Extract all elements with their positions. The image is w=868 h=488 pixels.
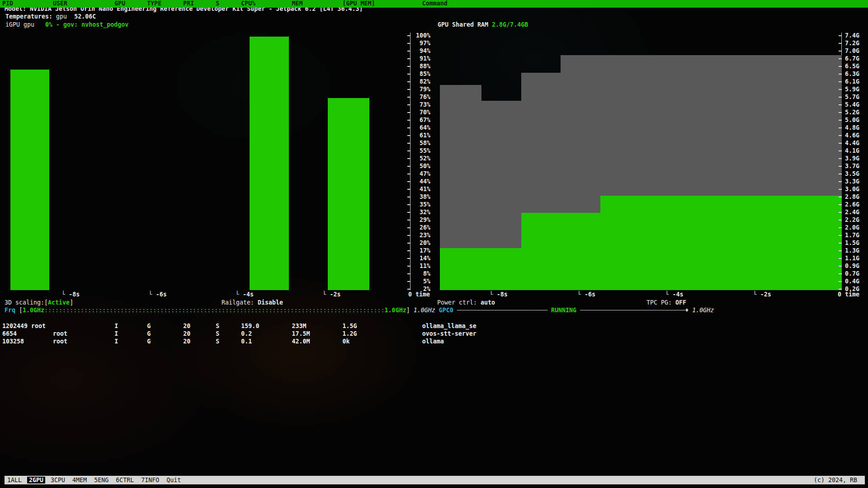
y-axis-label: 4.1G xyxy=(845,148,864,154)
y-axis-label: 61% xyxy=(413,132,430,139)
y-axis-tick xyxy=(407,74,410,75)
y-axis-tick xyxy=(839,135,842,136)
table-row[interactable]: 1202449 root I G 20 S 159.0 233M 1.5G ol… xyxy=(0,323,868,330)
footer-item-3cpu[interactable]: 3CPU xyxy=(51,477,65,483)
copyright: (c) 2024, RB xyxy=(814,476,857,484)
footer-item-7info[interactable]: 7INFO xyxy=(141,477,159,483)
frq-bracket-open: [ xyxy=(15,307,23,314)
y-axis-tick xyxy=(407,258,410,259)
footer-item-5eng[interactable]: 5ENG xyxy=(94,477,108,483)
tick-glyph: └ xyxy=(490,291,497,298)
y-axis-tick xyxy=(407,243,410,244)
y-axis-tick xyxy=(407,181,410,182)
tpc-pg-status: TPC PG: OFF xyxy=(646,299,686,306)
tick-label: -4s xyxy=(672,291,683,298)
x-axis-tick: └ -8s xyxy=(61,291,80,298)
y-axis-tick xyxy=(407,81,410,82)
y-axis-tick xyxy=(839,51,842,52)
y-axis-label: 64% xyxy=(413,125,430,131)
y-axis-tick xyxy=(839,243,842,244)
y-axis-label: 1.3G xyxy=(845,248,864,254)
y-axis-tick xyxy=(407,235,410,236)
y-axis-tick xyxy=(407,104,410,105)
y-axis-tick xyxy=(407,212,410,213)
footer-item-1all[interactable]: 1ALL xyxy=(7,477,22,483)
table-row[interactable]: 103258 root I G 20 S 0.1 42.0M 0k ollama xyxy=(0,338,868,346)
y-axis-tick xyxy=(839,273,842,274)
footer-item-6ctrl[interactable]: 6CTRL xyxy=(116,477,134,483)
y-axis-tick xyxy=(407,112,410,113)
frq-min: 1.0GHz xyxy=(23,307,44,314)
gpu-governor-line: iGPU gpu 0% - gov: nvhost_podgov xyxy=(5,21,128,28)
chart-bar xyxy=(328,98,369,290)
frq-gauge-fill: ::::::::::::::::::::::::::::::::::::::::… xyxy=(44,307,385,314)
power-ctrl-label: Power ctrl: xyxy=(437,299,481,306)
y-axis-label: 67% xyxy=(413,117,430,123)
y-axis-label: 3.0G xyxy=(845,186,864,192)
y-axis-label: 32% xyxy=(413,209,430,216)
y-axis-tick xyxy=(839,35,842,36)
y-axis-label: 88% xyxy=(413,63,430,70)
temperature-sensor: gpu xyxy=(52,13,74,20)
chart-bar xyxy=(10,70,50,290)
y-axis-tick xyxy=(839,127,842,128)
y-axis-tick xyxy=(839,112,842,113)
y-axis-label: 29% xyxy=(413,217,430,223)
y-axis-tick xyxy=(407,273,410,274)
y-axis-tick xyxy=(839,281,842,282)
y-axis-label: 6.5G xyxy=(845,63,864,70)
y-axis-label: 100% xyxy=(413,33,430,39)
y-axis-label: 41% xyxy=(413,186,430,192)
shared-ram-value: 2.8G/7.4GB xyxy=(492,21,528,28)
x-axis-tick: └ -6s xyxy=(577,291,595,298)
gpu-name: iGPU gpu xyxy=(5,21,34,28)
y-axis-tick xyxy=(839,266,842,267)
y-axis-tick xyxy=(407,204,410,205)
x-axis-tick: └ -2s xyxy=(753,291,771,298)
y-axis-tick xyxy=(839,74,842,75)
y-axis-tick xyxy=(839,174,842,174)
y-axis-tick xyxy=(407,197,410,197)
gpc0-status: RUNNING xyxy=(551,307,576,314)
footer-item-2gpu[interactable]: 2GPU xyxy=(27,477,45,483)
y-axis-tick xyxy=(407,127,410,128)
y-axis-label: 4.4G xyxy=(845,140,864,146)
y-axis-label: 7.0G xyxy=(845,48,864,54)
y-axis-label: 26% xyxy=(413,225,430,231)
y-axis-label: 20% xyxy=(413,240,430,246)
x-axis-tick: └ -4s xyxy=(236,291,254,298)
y-axis-tick xyxy=(407,66,410,67)
table-row-text: 1202449 root I G 20 S 159.0 233M 1.5G ol… xyxy=(0,323,476,329)
gpu-status: 0% - gov: nvhost_podgov xyxy=(45,21,128,28)
process-table-header-text: PID USER GPU TYPE PRI S CPU% MEM [GPU ME… xyxy=(0,0,448,7)
chart-bar xyxy=(250,37,289,291)
shared-ram-chart xyxy=(440,33,842,290)
shared-ram-label: GPU Shared RAM xyxy=(438,21,492,28)
y-axis-label: 4.8G xyxy=(845,125,864,131)
footer-item-4mem[interactable]: 4MEM xyxy=(72,477,87,483)
frq-max: 1.0GHz xyxy=(385,307,406,314)
y-axis-label: 52% xyxy=(413,155,430,162)
nvtop-terminal: Model: NVIDIA Jetson Orin Nano Engineeri… xyxy=(0,0,868,488)
y-axis-label: 2.8G xyxy=(845,194,864,200)
y-axis-tick xyxy=(839,66,842,67)
process-table-header: PID USER GPU TYPE PRI S CPU% MEM [GPU ME… xyxy=(0,0,868,8)
table-row[interactable]: 6654 root I G 20 S 0.2 17.5M 1.2G ovos-s… xyxy=(0,330,868,338)
y-axis-tick xyxy=(839,150,842,151)
y-axis-tick xyxy=(407,189,410,190)
y-axis-label: 2.6G xyxy=(845,202,864,208)
gpc0-line-left: ───────────────────────── xyxy=(453,307,551,314)
y-axis-label: 2.4G xyxy=(845,209,864,216)
y-axis-tick xyxy=(407,227,410,228)
tpc-pg-label: TPC PG: xyxy=(646,299,675,306)
3d-scaling-value: Active xyxy=(48,299,70,306)
gpc0-frequency: 1.0GHz xyxy=(692,307,714,314)
y-axis-label: 97% xyxy=(413,40,430,47)
y-axis-tick xyxy=(839,181,842,182)
temperature-line: Temperatures: gpu 52.06C xyxy=(5,13,96,20)
y-axis-label: 2.2G xyxy=(845,217,864,223)
y-axis-label: 5.2G xyxy=(845,109,864,116)
y-axis-label: 85% xyxy=(413,71,430,77)
footer-item-quit[interactable]: Quit xyxy=(166,477,181,483)
frq-current: 1.0GHz xyxy=(414,307,435,314)
